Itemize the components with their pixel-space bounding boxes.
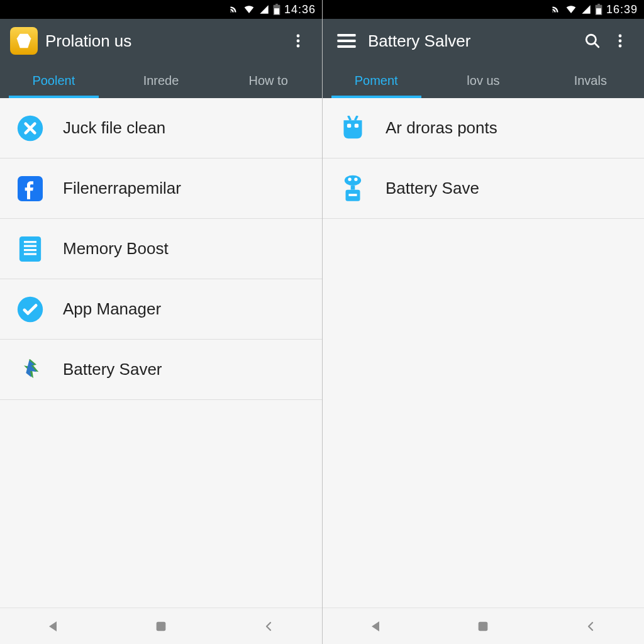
- list-item[interactable]: Ar droras ponts: [323, 98, 644, 158]
- svg-point-26: [354, 177, 357, 180]
- overflow-menu-button[interactable]: [284, 27, 312, 55]
- list-item[interactable]: Juck file clean: [0, 98, 322, 158]
- svg-rect-9: [24, 249, 36, 251]
- svg-rect-7: [24, 241, 36, 243]
- tab-bar: Poment lov us Invals: [323, 63, 644, 98]
- svg-rect-30: [479, 621, 488, 631]
- nav-bar: [323, 608, 644, 644]
- svg-rect-8: [24, 245, 36, 247]
- list-item[interactable]: Memory Boost: [0, 219, 322, 279]
- cast-icon: [228, 4, 239, 15]
- nav-home-button[interactable]: [136, 619, 186, 633]
- tab-bar: Poolent Inrede How to: [0, 63, 322, 98]
- facebook-icon: [15, 174, 45, 204]
- svg-point-2: [297, 40, 300, 43]
- svg-rect-23: [355, 123, 358, 127]
- app-bar: Battery Salver: [323, 19, 644, 63]
- tab-0[interactable]: Poolent: [0, 63, 108, 98]
- battery-icon: [273, 4, 280, 15]
- tab-label: Invals: [574, 74, 607, 88]
- list-item[interactable]: App Manager: [0, 279, 322, 340]
- svg-rect-29: [348, 194, 357, 196]
- tab-label: Poolent: [32, 74, 75, 88]
- battery-tool-icon: [338, 174, 368, 204]
- tab-label: How to: [249, 74, 288, 88]
- svg-rect-13: [596, 8, 601, 14]
- tab-1[interactable]: lov us: [430, 63, 536, 98]
- tab-2[interactable]: How to: [214, 63, 322, 98]
- svg-rect-27: [351, 186, 355, 190]
- app-title: Prolation us: [45, 31, 284, 51]
- list-item-label: App Manager: [63, 299, 161, 319]
- app-title: Battery Salver: [368, 31, 579, 51]
- status-time: 14:36: [284, 3, 316, 16]
- nav-recent-button[interactable]: [243, 618, 294, 635]
- list-item[interactable]: Filenerrapemilar: [0, 158, 322, 219]
- svg-point-25: [348, 177, 351, 180]
- svg-line-18: [595, 43, 599, 47]
- svg-rect-0: [274, 8, 279, 14]
- tab-label: lov us: [467, 74, 499, 88]
- list-item-label: Battery Save: [386, 179, 479, 198]
- check-circle-icon: [15, 294, 45, 325]
- list-item-label: Filenerrapemilar: [63, 179, 181, 198]
- svg-rect-15: [337, 40, 355, 42]
- tab-label: Inrede: [143, 74, 179, 88]
- svg-rect-10: [24, 253, 36, 255]
- list: Juck file clean Filenerrapemilar Memory …: [0, 98, 322, 608]
- swirl-icon: [15, 355, 45, 385]
- app-icon: [10, 27, 38, 55]
- overflow-menu-button[interactable]: [606, 27, 634, 55]
- list-item-label: Ar droras ponts: [386, 118, 497, 138]
- status-bar: 14:36: [0, 0, 322, 19]
- signal-icon: [581, 4, 591, 14]
- svg-point-1: [297, 35, 300, 38]
- tab-0[interactable]: Poment: [323, 63, 430, 98]
- svg-rect-14: [337, 34, 355, 36]
- lines-icon: [15, 234, 45, 264]
- nav-back-button[interactable]: [351, 619, 401, 634]
- signal-icon: [259, 4, 269, 14]
- list-item[interactable]: Battery Save: [323, 158, 644, 219]
- svg-rect-16: [337, 45, 355, 48]
- status-time: 16:39: [606, 3, 638, 16]
- svg-rect-22: [347, 123, 351, 127]
- tab-2[interactable]: Invals: [537, 63, 644, 98]
- svg-point-24: [345, 175, 361, 185]
- robot-icon: [338, 113, 368, 143]
- nav-recent-button[interactable]: [565, 618, 616, 635]
- list-item-label: Juck file clean: [63, 118, 165, 138]
- list-item[interactable]: Battery Saver: [0, 340, 322, 400]
- nav-home-button[interactable]: [458, 619, 508, 633]
- app-bar: Prolation us: [0, 19, 322, 63]
- wifi-icon: [565, 4, 577, 14]
- status-bar: 16:39: [323, 0, 644, 19]
- list-item-label: Memory Boost: [63, 239, 169, 258]
- svg-point-21: [619, 45, 622, 48]
- svg-point-19: [619, 35, 622, 38]
- wifi-icon: [243, 4, 255, 14]
- phone-left: 14:36 Prolation us Poolent Inrede How to…: [0, 0, 322, 644]
- list-item-label: Battery Saver: [63, 360, 162, 379]
- tab-label: Poment: [355, 74, 398, 88]
- svg-rect-12: [157, 621, 166, 631]
- list: Ar droras ponts Battery Save: [323, 98, 644, 608]
- svg-point-20: [619, 40, 622, 43]
- tab-1[interactable]: Inrede: [108, 63, 215, 98]
- hamburger-menu-button[interactable]: [333, 34, 360, 48]
- x-circle-icon: [15, 113, 45, 143]
- phone-right: 16:39 Battery Salver Poment lov us Inval…: [322, 0, 644, 644]
- search-button[interactable]: [579, 27, 606, 55]
- battery-icon: [595, 4, 602, 15]
- cast-icon: [550, 4, 561, 15]
- nav-back-button[interactable]: [28, 619, 79, 634]
- nav-bar: [0, 608, 322, 644]
- svg-point-3: [297, 45, 300, 48]
